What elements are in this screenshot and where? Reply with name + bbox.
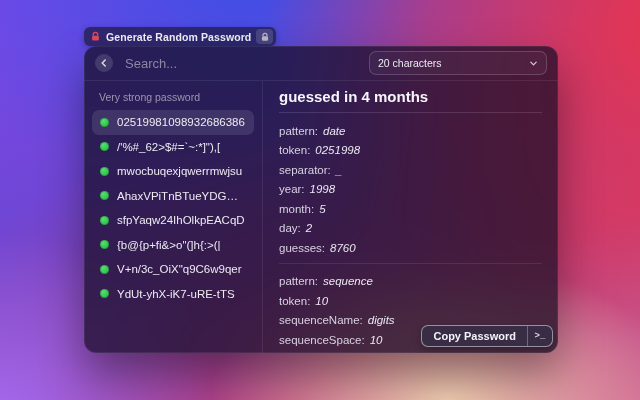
- search-input[interactable]: [123, 55, 369, 72]
- password-text: AhaxVPiTnBTueYDGNUPV: [117, 190, 246, 202]
- terminal-prompt-icon: >_: [528, 331, 552, 341]
- password-list-item[interactable]: /'%#_62>$#=`~:*]"),[: [92, 135, 254, 160]
- password-list-item[interactable]: V+n/3c_OiX"q9C6w9qer: [92, 257, 254, 282]
- window-content: Very strong password 0251998109893268638…: [84, 81, 558, 353]
- password-list-item[interactable]: 02519981098932686386: [92, 110, 254, 135]
- password-lock-icon: [90, 31, 101, 42]
- command-title-pill: Generate Random Password: [84, 27, 276, 46]
- detail-title: guessed in 4 months: [279, 88, 542, 105]
- strength-dot-icon: [100, 289, 109, 298]
- password-list-item[interactable]: sfpYaqw24IhOlkpEACqD: [92, 208, 254, 233]
- group-divider: [279, 263, 542, 264]
- strength-dot-icon: [100, 265, 109, 274]
- password-text: {b@{p+fi&>o"(]h{:>(|: [117, 239, 220, 251]
- password-text: 02519981098932686386: [117, 116, 245, 128]
- password-list: Very strong password 0251998109893268638…: [84, 81, 262, 353]
- strength-dot-icon: [100, 118, 109, 127]
- desktop-background: Generate Random Password 20 characters: [0, 0, 640, 400]
- chevron-left-icon: [100, 59, 108, 67]
- back-button[interactable]: [95, 54, 113, 72]
- detail-field: ascending: false: [279, 350, 542, 354]
- detail-field: pattern: date: [279, 121, 542, 141]
- strength-dot-icon: [100, 167, 109, 176]
- password-text: YdUt-yhX-iK7-uRE-tTS: [117, 288, 235, 300]
- app-window: 20 characters Very strong password 02519…: [84, 46, 558, 353]
- character-count-dropdown[interactable]: 20 characters: [369, 51, 547, 75]
- strength-dot-icon: [100, 142, 109, 151]
- detail-field: month: 5: [279, 199, 542, 219]
- detail-field: year: 1998: [279, 180, 542, 200]
- copy-password-button[interactable]: Copy Password >_: [421, 325, 553, 347]
- password-text: /'%#_62>$#=`~:*]"),[: [117, 141, 220, 153]
- detail-field: token: 0251998: [279, 141, 542, 161]
- password-list-item[interactable]: mwocbuqexjqwerrmwjsu: [92, 159, 254, 184]
- match-group-date: pattern: date token: 0251998 separator: …: [279, 113, 542, 258]
- chevron-down-icon: [529, 59, 538, 68]
- list-section-header: Very strong password: [92, 86, 254, 110]
- detail-field: day: 2: [279, 219, 542, 239]
- search-bar: 20 characters: [84, 46, 558, 81]
- password-list-item[interactable]: {b@{p+fi&>o"(]h{:>(|: [92, 233, 254, 258]
- detail-field: guesses: 8760: [279, 238, 542, 258]
- command-title: Generate Random Password: [106, 31, 251, 43]
- password-list-item[interactable]: AhaxVPiTnBTueYDGNUPV: [92, 184, 254, 209]
- detail-field: token: 10: [279, 291, 542, 311]
- strength-dot-icon: [100, 216, 109, 225]
- detail-field: separator: _: [279, 160, 542, 180]
- strength-dot-icon: [100, 240, 109, 249]
- strength-dot-icon: [100, 191, 109, 200]
- lock-icon: [260, 32, 270, 42]
- detail-field: pattern: sequence: [279, 272, 542, 292]
- password-list-item[interactable]: YdUt-yhX-iK7-uRE-tTS: [92, 282, 254, 307]
- dropdown-value: 20 characters: [378, 57, 442, 69]
- lock-badge: [256, 29, 273, 44]
- password-text: mwocbuqexjqwerrmwjsu: [117, 165, 242, 177]
- password-text: sfpYaqw24IhOlkpEACqD: [117, 214, 245, 226]
- password-text: V+n/3c_OiX"q9C6w9qer: [117, 263, 242, 275]
- detail-pane: guessed in 4 months pattern: date token:…: [263, 81, 558, 353]
